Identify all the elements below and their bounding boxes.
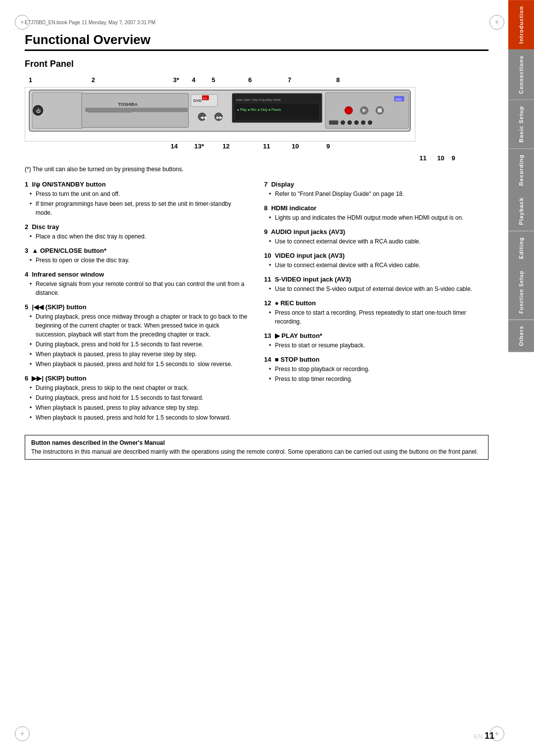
svg-text:HDMI: HDMI bbox=[395, 98, 401, 101]
svg-text:DVD: DVD bbox=[193, 98, 202, 103]
item-5-bullet-2: During playback, press and hold for 1.5 … bbox=[30, 340, 249, 349]
item-2-bullet-1: Place a disc when the disc tray is opene… bbox=[30, 232, 249, 241]
item-12-bullet-1: Press once to start a recording. Press r… bbox=[269, 308, 489, 326]
item-2: 2 Disc tray Place a disc when the disc t… bbox=[25, 223, 249, 241]
top-labels: 1 2 3* 4 5 6 7 8 bbox=[25, 76, 489, 87]
svg-rect-9 bbox=[86, 108, 187, 112]
svg-point-19 bbox=[345, 106, 353, 114]
item-1-bullet-2: If timer programmings have been set, pre… bbox=[30, 199, 249, 217]
device-svg: TOSHIBA DVD•RWR•+RWR•RECORDING DVD DV ◀◀… bbox=[25, 87, 415, 142]
page-num: 11 bbox=[485, 731, 494, 741]
item-2-body: Place a disc when the disc tray is opene… bbox=[25, 232, 249, 241]
item-11: 11 S-VIDEO input jack (AV3) Use to conne… bbox=[264, 276, 489, 293]
item-11-title: 11 S-VIDEO input jack (AV3) bbox=[264, 276, 489, 283]
item-3-bullet-1: Press to open or close the disc tray. bbox=[30, 256, 249, 265]
corner-mark-tr bbox=[490, 15, 504, 30]
right-column: 7 Display Refer to "Front Panel Display … bbox=[264, 181, 489, 428]
item-3: 3 ▲ OPEN/CLOSE button* Press to open or … bbox=[25, 247, 249, 265]
svg-point-27 bbox=[361, 121, 365, 125]
svg-text:TOSHIBA: TOSHIBA bbox=[118, 102, 138, 107]
item-5-body: During playback, press once midway throu… bbox=[25, 312, 249, 369]
item-6: 6 ▶▶| (SKIP) button During playback, pre… bbox=[25, 375, 249, 422]
item-6-bullet-4: When playback is paused, press and hold … bbox=[30, 413, 249, 422]
sidebar-tab-introduction[interactable]: Introduction bbox=[508, 0, 534, 49]
item-6-bullet-1: During playback, press to skip to the ne… bbox=[30, 383, 249, 392]
item-1-body: Press to turn the unit on and off. If ti… bbox=[25, 189, 249, 217]
sidebar-tab-playback[interactable]: Playback bbox=[508, 191, 534, 231]
item-5-bullet-3: When playback is paused, press to play r… bbox=[30, 350, 249, 359]
corner-mark-bl bbox=[15, 726, 30, 741]
sidebar-tab-connections[interactable]: Connections bbox=[508, 49, 534, 100]
sidebar-tab-basic-setup[interactable]: Basic Setup bbox=[508, 100, 534, 148]
item-1: 1 I/ψ ON/STANDBY button Press to turn th… bbox=[25, 181, 249, 217]
footnote: (*) The unit can also be turned on by pr… bbox=[25, 166, 489, 173]
item-6-bullet-2: During playback, press and hold for 1.5 … bbox=[30, 393, 249, 402]
item-4-body: Receive signals from your remote control… bbox=[25, 280, 249, 297]
item-4-bullet-1: Receive signals from your remote control… bbox=[30, 280, 249, 297]
bottom-labels: 14 13* 12 11 10 9 bbox=[25, 142, 489, 153]
item-9-body: Use to connect external device with a RC… bbox=[264, 237, 489, 246]
item-9-bullet-1: Use to connect external device with a RC… bbox=[269, 237, 489, 246]
item-13-bullet-1: Press to start or resume playback. bbox=[269, 341, 489, 350]
item-3-title: 3 ▲ OPEN/CLOSE button* bbox=[25, 247, 249, 254]
item-8-bullet-1: Lights up and indicates the HDMI output … bbox=[269, 213, 489, 222]
svg-rect-16 bbox=[234, 103, 319, 120]
item-5: 5 |◀◀ (SKIP) button During playback, pre… bbox=[25, 303, 249, 369]
sidebar-tab-recording[interactable]: Recording bbox=[508, 148, 534, 191]
item-14-bullet-1: Press to stop playback or recording. bbox=[269, 365, 489, 374]
sidebar-tab-function-setup[interactable]: Function Setup bbox=[508, 265, 534, 320]
item-11-bullet-1: Use to connect the S-video output of ext… bbox=[269, 284, 489, 293]
sidebar-tab-others[interactable]: Others bbox=[508, 320, 534, 352]
item-8-title: 8 HDMI indicator bbox=[264, 204, 489, 212]
item-13: 13 ▶ PLAY button* Press to start or resu… bbox=[264, 332, 489, 350]
sidebar-tab-editing[interactable]: Editing bbox=[508, 231, 534, 265]
item-5-title: 5 |◀◀ (SKIP) button bbox=[25, 303, 249, 311]
item-4: 4 Infrared sensor window Receive signals… bbox=[25, 271, 249, 297]
item-7-body: Refer to "Front Panel Display Guide" on … bbox=[264, 189, 489, 198]
item-9: 9 AUDIO input jacks (AV3) Use to connect… bbox=[264, 228, 489, 246]
item-3-body: Press to open or close the disc tray. bbox=[25, 256, 249, 265]
item-14-body: Press to stop playback or recording. Pre… bbox=[264, 365, 489, 383]
corner-mark-tl bbox=[15, 15, 30, 30]
item-6-bullet-3: When playback is paused, press to play a… bbox=[30, 403, 249, 412]
svg-point-28 bbox=[368, 121, 372, 125]
svg-text:⏻: ⏻ bbox=[36, 108, 41, 113]
item-5-bullet-4: When playback is paused, press and hold … bbox=[30, 360, 249, 369]
item-10-body: Use to connect external device with a RC… bbox=[264, 261, 489, 270]
item-13-body: Press to start or resume playback. bbox=[264, 341, 489, 350]
device-diagram: 1 2 3* 4 5 6 7 8 TOSHIBA DVD•RWR•+RWR•RE… bbox=[25, 76, 489, 162]
item-2-title: 2 Disc tray bbox=[25, 223, 249, 231]
en-label: EN bbox=[474, 733, 483, 740]
item-1-bullet-1: Press to turn the unit on and off. bbox=[30, 189, 249, 198]
left-column: 1 I/ψ ON/STANDBY button Press to turn th… bbox=[25, 181, 249, 428]
item-10: 10 VIDEO input jack (AV3) Use to connect… bbox=[264, 252, 489, 270]
item-8: 8 HDMI indicator Lights up and indicates… bbox=[264, 204, 489, 222]
item-14-bullet-2: Press to stop timer recording. bbox=[269, 375, 489, 383]
item-11-body: Use to connect the S-video output of ext… bbox=[264, 284, 489, 293]
item-6-body: During playback, press to skip to the ne… bbox=[25, 383, 249, 422]
items-grid: 1 I/ψ ON/STANDBY button Press to turn th… bbox=[25, 181, 489, 428]
page-number: EN 11 bbox=[474, 731, 494, 741]
item-8-body: Lights up and indicates the HDMI output … bbox=[264, 213, 489, 222]
item-1-title: 1 I/ψ ON/STANDBY button bbox=[25, 181, 249, 188]
svg-text:▶▶: ▶▶ bbox=[217, 115, 223, 120]
item-7-title: 7 Display bbox=[264, 181, 489, 188]
bottom-labels-row2: 11 10 9 bbox=[25, 154, 489, 162]
svg-rect-23 bbox=[378, 108, 382, 112]
item-14: 14 ■ STOP button Press to stop playback … bbox=[264, 356, 489, 383]
item-7-bullet-1: Refer to "Front Panel Display Guide" on … bbox=[269, 189, 489, 198]
item-9-title: 9 AUDIO input jacks (AV3) bbox=[264, 228, 489, 236]
item-12-title: 12 ● REC button bbox=[264, 299, 489, 307]
item-10-bullet-1: Use to connect external device with a RC… bbox=[269, 261, 489, 270]
item-4-title: 4 Infrared sensor window bbox=[25, 271, 249, 278]
svg-point-24 bbox=[341, 121, 345, 125]
svg-text:● Play  ● Rec  ● Stop  ● Pause: ● Play ● Rec ● Stop ● Pause bbox=[237, 108, 281, 112]
svg-point-26 bbox=[355, 121, 358, 125]
item-5-bullet-1: During playback, press once midway throu… bbox=[30, 312, 249, 339]
item-7: 7 Display Refer to "Front Panel Display … bbox=[264, 181, 489, 198]
page-title: Functional Overview bbox=[25, 32, 489, 51]
item-13-title: 13 ▶ PLAY button* bbox=[264, 332, 489, 339]
right-sidebar: Introduction Connections Basic Setup Rec… bbox=[508, 0, 534, 756]
svg-text:1080i  1080i  720p  576p/480p : 1080i 1080i 720p 576p/480p HDMI bbox=[235, 98, 280, 101]
note-box-text: The instructions in this manual are desc… bbox=[31, 448, 482, 455]
